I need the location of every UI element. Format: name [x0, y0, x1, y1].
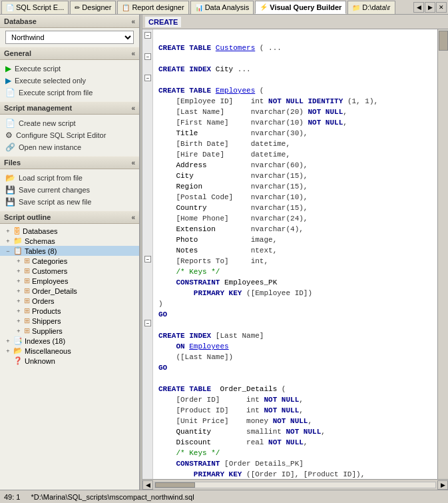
code-panel: CREATE − − − − − CREATE TABLE Customers … — [142, 15, 448, 490]
section-script-mgmt[interactable]: Script management « — [0, 101, 139, 115]
tree-employees[interactable]: + ⊞ Employees — [0, 276, 139, 286]
report-icon: 📋 — [122, 4, 130, 11]
save-current-item[interactable]: 💾 Save current changes — [0, 184, 139, 196]
employees-expand: + — [13, 278, 24, 284]
code-editor[interactable]: CREATE TABLE Customers ( ... CREATE INDE… — [153, 29, 437, 479]
vertical-scrollbar[interactable] — [437, 29, 448, 479]
orders-icon: ⊞ — [24, 296, 30, 305]
products-expand: + — [13, 308, 24, 314]
tab-nav-right[interactable]: ▶ — [425, 2, 435, 13]
orders-expand: + — [13, 298, 24, 304]
tree-miscellaneous[interactable]: + 📂 Miscellaneous — [0, 346, 139, 356]
tab-bar: 📄 SQL Script E... ✏ Designer 📋 Report de… — [0, 0, 448, 15]
files-content: 📂 Load script from file 💾 Save current c… — [0, 169, 139, 211]
tab-nav-arrows: ◀ ▶ ✕ — [413, 2, 447, 13]
database-collapse-icon: « — [131, 18, 135, 25]
tables-icon: 📋 — [13, 247, 23, 255]
tab-designer[interactable]: ✏ Designer — [70, 1, 116, 14]
tree-order-details[interactable]: + ⊞ Order_Details — [0, 286, 139, 296]
general-collapse-icon: « — [131, 50, 135, 57]
section-database[interactable]: Database « — [0, 15, 139, 28]
shippers-icon: ⊞ — [24, 316, 30, 325]
database-content: Northwind — [0, 28, 139, 47]
tree-shippers[interactable]: + ⊞ Shippers — [0, 316, 139, 326]
tree-categories[interactable]: + ⊞ Categories — [0, 256, 139, 266]
sidebar: Database « Northwind General « ▶ Execute… — [0, 15, 140, 490]
tree-customers[interactable]: + ⊞ Customers — [0, 266, 139, 276]
scroll-thumb[interactable] — [155, 482, 195, 488]
fold-employees[interactable]: − — [144, 75, 151, 81]
execute-selected-item[interactable]: ▶ Execute selected only — [0, 75, 139, 87]
file-path: *D:\Marina\SQL_scripts\mscompact_northwi… — [31, 493, 194, 501]
section-general[interactable]: General « — [0, 47, 139, 60]
tab-sql-script[interactable]: 📄 SQL Script E... — [1, 1, 69, 14]
tables-expand: − — [3, 248, 13, 254]
section-files[interactable]: Files « — [0, 156, 139, 169]
database-selector[interactable]: Northwind — [5, 31, 134, 44]
unknown-icon: ❓ — [13, 356, 23, 365]
customers-expand: + — [13, 268, 24, 274]
databases-icon: 🗄 — [13, 227, 21, 235]
order-details-icon: ⊞ — [24, 286, 30, 295]
configure-sql-item[interactable]: ⚙ Configure SQL Script Editor — [0, 129, 139, 141]
open-new-instance-item[interactable]: 🔗 Open new instance — [0, 141, 139, 153]
tree-indexes[interactable]: + 📑 Indexes (18) — [0, 336, 139, 346]
create-script-icon: 📄 — [5, 119, 15, 128]
tree-products[interactable]: + ⊞ Products — [0, 306, 139, 316]
configure-icon: ⚙ — [5, 131, 13, 140]
script-outline-content: + 🗄 Databases + 📁 Schemas − 📋 Tables (8)… — [0, 224, 139, 368]
tree-databases[interactable]: + 🗄 Databases — [0, 227, 139, 236]
data-analysis-icon: 📊 — [195, 4, 203, 11]
indexes-icon: 📑 — [13, 336, 23, 345]
tab-nav-close[interactable]: ✕ — [436, 2, 447, 13]
tree-tables[interactable]: − 📋 Tables (8) — [0, 246, 139, 256]
tab-report-designer[interactable]: 📋 Report designer — [117, 1, 188, 14]
fold-order-details[interactable]: − — [144, 320, 151, 326]
visual-query-icon: ⚡ — [260, 3, 268, 11]
tab-data-analysis[interactable]: 📊 Data Analysis — [190, 1, 254, 14]
script-mgmt-collapse-icon: « — [131, 105, 135, 112]
schemas-icon: 📁 — [13, 237, 23, 245]
suppliers-icon: ⊞ — [24, 326, 30, 335]
tab-visual-query[interactable]: ⚡ Visual Query Builder — [255, 1, 346, 14]
files-collapse-icon: « — [131, 159, 135, 167]
status-bar: 49: 1 *D:\Marina\SQL_scripts\mscompact_n… — [0, 490, 448, 503]
execute-script-icon: ▶ — [5, 64, 11, 73]
sql-script-icon: 📄 — [6, 4, 14, 11]
execute-from-file-item[interactable]: 📄 Execute script from file — [0, 87, 139, 99]
scroll-right-btn[interactable]: ▶ — [437, 480, 448, 490]
save-as-icon: 💾 — [5, 197, 15, 207]
open-instance-icon: 🔗 — [5, 143, 15, 152]
save-as-new-item[interactable]: 💾 Save script as new file — [0, 196, 139, 208]
miscellaneous-expand: + — [3, 348, 13, 354]
tree-schemas[interactable]: + 📁 Schemas — [0, 236, 139, 246]
general-content: ▶ Execute script ▶ Execute selected only… — [0, 60, 139, 101]
create-button[interactable]: CREATE — [145, 17, 181, 27]
scroll-left-btn[interactable]: ◀ — [142, 480, 153, 490]
categories-expand: + — [13, 258, 24, 264]
section-script-outline[interactable]: Script outline « — [0, 211, 139, 224]
fold-column: − − − − − — [142, 29, 153, 479]
fold-customers[interactable]: − — [144, 32, 151, 39]
fold-create-index[interactable]: − — [144, 53, 151, 60]
execute-selected-icon: ▶ — [5, 76, 11, 85]
tree-orders[interactable]: + ⊞ Orders — [0, 296, 139, 306]
load-script-item[interactable]: 📂 Load script from file — [0, 172, 139, 184]
miscellaneous-icon: 📂 — [13, 346, 23, 355]
execute-script-item[interactable]: ▶ Execute script — [0, 63, 139, 75]
horizontal-scrollbar[interactable]: ◀ ▶ — [142, 479, 448, 490]
databases-expand: + — [3, 228, 13, 235]
shippers-expand: + — [13, 318, 24, 324]
tab-nav-left[interactable]: ◀ — [413, 2, 424, 13]
indexes-expand: + — [3, 338, 13, 344]
create-new-script-item[interactable]: 📄 Create new script — [0, 117, 139, 129]
tree-unknown[interactable]: ❓ Unknown — [0, 356, 139, 366]
employees-icon: ⊞ — [24, 276, 30, 285]
customers-icon: ⊞ — [24, 266, 30, 275]
suppliers-expand: + — [13, 328, 24, 334]
tab-ddata[interactable]: 📁 D:\data\r — [347, 1, 395, 14]
fold-index-lastnames[interactable]: − — [144, 256, 151, 262]
code-with-fold: − − − − − CREATE TABLE Customers ( ... C… — [142, 29, 448, 479]
products-icon: ⊞ — [24, 306, 30, 315]
tree-suppliers[interactable]: + ⊞ Suppliers — [0, 326, 139, 336]
